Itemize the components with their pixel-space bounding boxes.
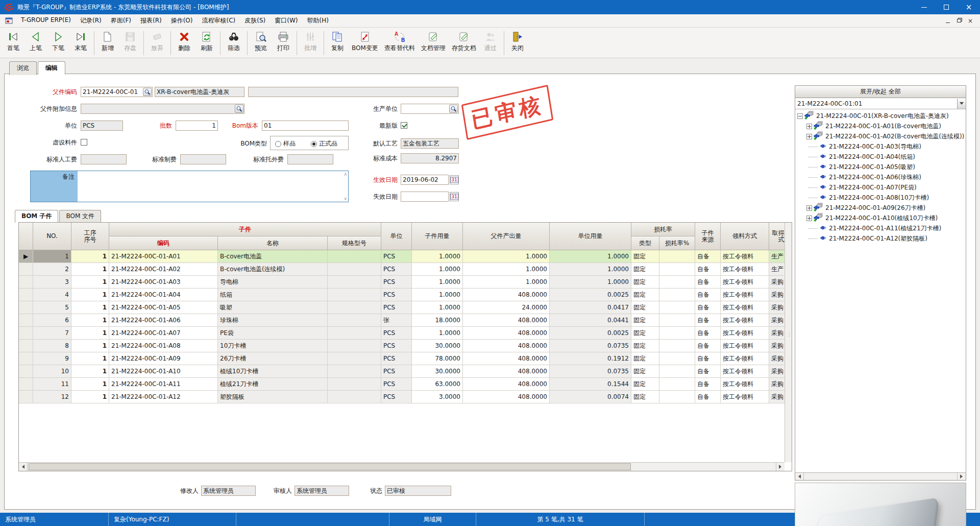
remark-textarea[interactable]: ∧ ∨ <box>78 171 348 202</box>
tab-bom-children[interactable]: BOM 子件 <box>15 210 58 223</box>
cell-spec[interactable] <box>328 391 381 403</box>
cell-unit_qty[interactable]: 0.0074 <box>550 391 631 403</box>
tree-item[interactable]: 21-M2224-00C-01-A04(纸箱) <box>795 152 966 162</box>
cell-unit_qty[interactable]: 0.0735 <box>550 340 631 352</box>
cell-child_qty[interactable]: 30.0000 <box>412 340 463 352</box>
toolbar-button-nav-prev[interactable]: 上笔 <box>24 29 47 58</box>
cell-no[interactable]: 12 <box>33 391 71 403</box>
cell-loss_type[interactable]: 固定 <box>631 289 659 301</box>
cell-loss_type[interactable]: 固定 <box>631 391 659 403</box>
toolbar-button-filter[interactable]: 筛选 <box>223 29 245 58</box>
tree-horizontal-scrollbar[interactable] <box>795 472 966 480</box>
virtual-part-checkbox[interactable] <box>81 139 87 146</box>
cell-source[interactable]: 自备 <box>695 365 721 378</box>
cell-parent_out[interactable]: 1.0000 <box>463 250 550 263</box>
cell-source[interactable]: 自备 <box>695 250 721 263</box>
tree-item[interactable]: 21-M2224-00C-01(XR-B-cover电池盖-奥迪灰) <box>795 111 966 121</box>
table-row[interactable]: 9121-M2224-00C-01-A0926刀卡槽PCS78.0000408.… <box>19 352 785 365</box>
cell-seq[interactable]: 1 <box>71 301 109 314</box>
cell-code[interactable]: 21-M2224-00C-01-A07 <box>109 327 218 340</box>
cell-seq[interactable]: 1 <box>71 327 109 340</box>
cell-child_qty[interactable]: 1.0000 <box>412 327 463 340</box>
cell-unit_qty[interactable]: 0.1912 <box>550 352 631 365</box>
toolbar-button-delete[interactable]: 删除 <box>173 29 195 58</box>
parent-info-input[interactable] <box>81 104 244 114</box>
cell-parent_out[interactable]: 408.0000 <box>463 340 550 352</box>
menu-item[interactable]: T-GROUP ERP(E) <box>16 14 76 27</box>
parent-code-lookup-button[interactable] <box>143 88 152 96</box>
batch-input[interactable]: 1 <box>176 121 218 131</box>
cell-child_qty[interactable]: 1.0000 <box>412 289 463 301</box>
table-row[interactable]: 10121-M2224-00C-01-A10植绒10刀卡槽PCS30.00004… <box>19 365 785 378</box>
bom-type-formal-radio[interactable]: 正式品 <box>311 139 337 148</box>
toolbar-button-refresh[interactable]: 刷新 <box>195 29 218 58</box>
table-row[interactable]: 7121-M2224-00C-01-A07PE袋PCS1.0000408.000… <box>19 327 785 340</box>
cell-issue[interactable]: 按工令领料 <box>721 314 769 327</box>
cell-loss_rate[interactable] <box>659 340 695 352</box>
cell-loss_type[interactable]: 固定 <box>631 365 659 378</box>
cell-no[interactable]: 5 <box>33 301 71 314</box>
cell-source[interactable]: 自备 <box>695 340 721 352</box>
table-row[interactable]: 3121-M2224-00C-01-A03导电棉PCS1.00001.00001… <box>19 276 785 289</box>
cell-child_qty[interactable]: 1.0000 <box>412 276 463 289</box>
maximize-button[interactable] <box>935 0 958 14</box>
cell-obtain[interactable]: 生产 <box>769 250 785 263</box>
cell-loss_rate[interactable] <box>659 327 695 340</box>
latest-version-checkbox[interactable] <box>401 122 407 129</box>
cell-loss_type[interactable]: 固定 <box>631 276 659 289</box>
cell-issue[interactable]: 按工令领料 <box>721 289 769 301</box>
toolbar-button-nav-first[interactable]: 首笔 <box>2 29 24 58</box>
cell-obtain[interactable]: 采购 <box>769 378 785 391</box>
toolbar-button-new[interactable]: 新增 <box>96 29 119 58</box>
cell-code[interactable]: 21-M2224-00C-01-A08 <box>109 340 218 352</box>
expire-date-input[interactable] <box>401 192 449 202</box>
cell-spec[interactable] <box>328 352 381 365</box>
cell-name[interactable]: 导电棉 <box>218 276 328 289</box>
tree-item[interactable]: 21-M2224-00C-01-A06(珍珠棉) <box>795 172 966 182</box>
menu-item[interactable]: 帮助(H) <box>302 14 333 27</box>
scroll-left-button[interactable] <box>795 473 804 480</box>
effective-date-calendar-button[interactable]: 31 <box>450 175 459 184</box>
cell-unit[interactable]: PCS <box>381 301 412 314</box>
menu-item[interactable]: 窗口(W) <box>270 14 302 27</box>
cell-issue[interactable]: 按工令领料 <box>721 352 769 365</box>
cell-loss_type[interactable]: 固定 <box>631 340 659 352</box>
cell-obtain[interactable]: 采购 <box>769 314 785 327</box>
cell-loss_rate[interactable] <box>659 352 695 365</box>
cell-no[interactable]: 1 <box>33 250 71 263</box>
cell-unit_qty[interactable]: 0.0417 <box>550 301 631 314</box>
cell-issue[interactable]: 按工令领料 <box>721 263 769 276</box>
cell-obtain[interactable]: 采购 <box>769 352 785 365</box>
cell-obtain[interactable]: 采购 <box>769 340 785 352</box>
cell-seq[interactable]: 1 <box>71 378 109 391</box>
cell-seq[interactable]: 1 <box>71 276 109 289</box>
cell-child_qty[interactable]: 1.0000 <box>412 250 463 263</box>
cell-unit[interactable]: PCS <box>381 365 412 378</box>
cell-no[interactable]: 2 <box>33 263 71 276</box>
cell-source[interactable]: 自备 <box>695 378 721 391</box>
cell-unit[interactable]: PCS <box>381 340 412 352</box>
cell-obtain[interactable]: 生产 <box>769 263 785 276</box>
tree-item[interactable]: 21-M2224-00C-01-A02(B-cover电池盖(连续模)) <box>795 131 966 141</box>
cell-seq[interactable]: 1 <box>71 340 109 352</box>
menu-item[interactable]: 报表(R) <box>136 14 166 27</box>
menu-item[interactable]: 流程审核(C) <box>198 14 240 27</box>
cell-loss_type[interactable]: 固定 <box>631 352 659 365</box>
cell-obtain[interactable]: 采购 <box>769 276 785 289</box>
cell-parent_out[interactable]: 408.0000 <box>463 378 550 391</box>
mdi-close-button[interactable]: × <box>965 16 976 26</box>
expand-icon[interactable] <box>806 216 812 221</box>
minimize-button[interactable] <box>913 0 935 14</box>
cell-issue[interactable]: 按工令领料 <box>721 378 769 391</box>
tab-edit[interactable]: 编辑 <box>38 61 65 75</box>
expand-icon[interactable] <box>806 205 812 211</box>
cell-issue[interactable]: 按工令领料 <box>721 250 769 263</box>
cell-unit_qty[interactable]: 1.0000 <box>550 250 631 263</box>
tree-item[interactable]: 21-M2224-00C-01-A10(植绒10刀卡槽) <box>795 213 966 223</box>
cell-issue[interactable]: 按工令领料 <box>721 276 769 289</box>
cell-loss_rate[interactable] <box>659 263 695 276</box>
cell-child_qty[interactable]: 78.0000 <box>412 352 463 365</box>
cell-loss_rate[interactable] <box>659 250 695 263</box>
cell-loss_rate[interactable] <box>659 301 695 314</box>
collapse-icon[interactable] <box>797 113 803 119</box>
